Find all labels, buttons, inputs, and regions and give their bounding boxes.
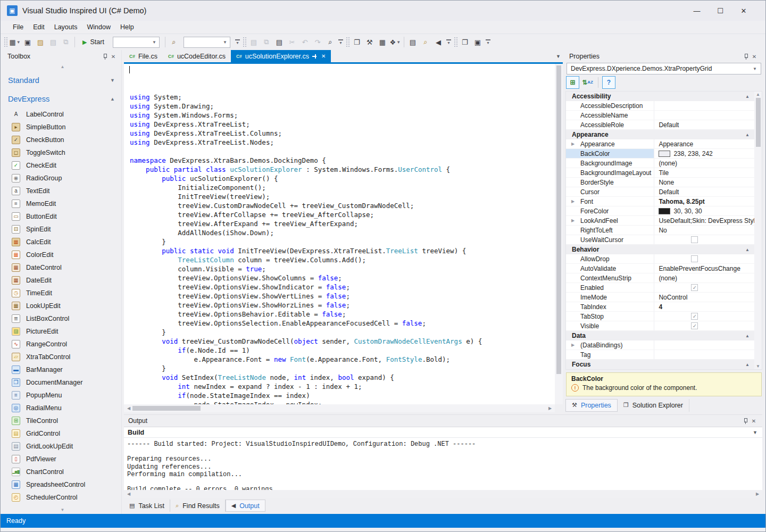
close-button[interactable]: ✕ — [736, 4, 752, 18]
menu-item-file[interactable]: File — [8, 22, 28, 32]
property-section-data[interactable]: Data▲ — [566, 331, 754, 340]
property-row[interactable]: UseWaitCursor — [566, 235, 754, 245]
alphabetical-icon[interactable]: ⇅AZ — [581, 76, 594, 89]
scroll-right-icon[interactable]: ▶ — [547, 406, 553, 411]
paste-icon[interactable]: ▤ — [273, 36, 286, 48]
scroll-down-icon[interactable]: ▼ — [755, 364, 761, 369]
menu-item-layouts[interactable]: Layouts — [49, 22, 82, 32]
close-icon[interactable]: ✕ — [321, 53, 326, 59]
toolbox-item-chartcontrol[interactable]: ▂▆█ChartControl — [4, 466, 121, 478]
property-value[interactable] — [654, 254, 754, 263]
property-row[interactable]: BackColor238, 238, 242 — [566, 149, 754, 159]
property-value[interactable] — [654, 111, 754, 120]
toolbar-grip[interactable] — [4, 37, 7, 47]
toolbox-item-xtratabcontrol[interactable]: ▱XtraTabControl — [4, 351, 121, 363]
categorized-icon[interactable]: ⊞ — [566, 76, 579, 89]
toolbox-item-coloredit[interactable]: ▦ColorEdit — [4, 248, 121, 261]
property-row[interactable]: RightToLeftNo — [566, 226, 754, 235]
property-row[interactable]: Enabled✓ — [566, 283, 754, 293]
property-value[interactable]: 238, 238, 242 — [654, 149, 754, 158]
scrollbar-thumb[interactable] — [132, 406, 201, 411]
property-pages-icon[interactable]: ? — [602, 76, 615, 89]
property-row[interactable]: ImeModeNoControl — [566, 293, 754, 302]
property-row[interactable]: ▶FontTahoma, 8.25pt — [566, 197, 754, 206]
toolbox-item-textedit[interactable]: aTextEdit — [4, 185, 121, 197]
property-row[interactable]: AccessibleName — [566, 111, 754, 120]
property-value[interactable]: (none) — [654, 273, 754, 282]
open-folder-icon[interactable]: ▨ — [34, 36, 47, 48]
pin-icon[interactable] — [101, 53, 109, 60]
toolbar-grip[interactable] — [454, 37, 457, 47]
find-results-icon[interactable]: ⌕ — [419, 36, 432, 48]
tab-list-dropdown-icon[interactable]: ▼ — [556, 54, 561, 59]
toolbox-item-radialmenu[interactable]: ◎RadialMenu — [4, 402, 121, 414]
property-row[interactable]: ContextMenuStrip(none) — [566, 273, 754, 283]
toolbox-scroll-down[interactable]: ▼ — [4, 506, 121, 514]
toolbox-item-calcedit[interactable]: ▦CalcEdit — [4, 236, 121, 248]
toolbox-item-spinedit[interactable]: ⊟SpinEdit — [4, 223, 121, 236]
panel-tab-solution-explorer[interactable]: ❐Solution Explorer — [618, 399, 689, 412]
property-row[interactable]: BorderStyleNone — [566, 178, 754, 187]
property-value[interactable]: Tahoma, 8.25pt — [654, 197, 754, 206]
toolbox-item-datecontrol[interactable]: ▦DateControl — [4, 261, 121, 274]
scroll-left-icon[interactable]: ◀ — [126, 406, 132, 411]
output-horizontal-scrollbar[interactable]: ◀ ▶ — [124, 490, 762, 498]
property-row[interactable]: AccessibleDescription — [566, 101, 754, 111]
output-icon[interactable]: ◀ — [432, 36, 445, 48]
menu-item-edit[interactable]: Edit — [28, 22, 49, 32]
property-value[interactable]: Default — [654, 187, 754, 196]
expand-icon[interactable]: ▶ — [571, 343, 574, 347]
pin-icon[interactable] — [312, 54, 317, 59]
component-selector[interactable]: DevExpress.DXperience.Demos.XtraProperty… — [567, 63, 761, 74]
property-value[interactable]: ✓ — [654, 283, 754, 292]
float-window-icon[interactable]: ❐ — [351, 36, 363, 48]
property-value[interactable]: NoControl — [654, 293, 754, 302]
close-icon[interactable]: ✕ — [750, 53, 759, 60]
property-value[interactable] — [654, 340, 754, 350]
toolbox-group-devexpress[interactable]: DevExpress▲ — [4, 89, 121, 108]
toolbar-overflow-icon[interactable]: ▼ — [486, 39, 490, 45]
start-button[interactable]: ▶Start — [77, 38, 110, 46]
property-row[interactable]: ForeColor30, 30, 30 — [566, 206, 754, 216]
property-row[interactable]: Tag — [566, 350, 754, 360]
menu-item-window[interactable]: Window — [82, 22, 115, 32]
property-value[interactable]: (none) — [654, 159, 754, 168]
toolbox-item-dateedit[interactable]: ▦DateEdit — [4, 274, 121, 287]
toolbox-item-spreadsheetcontrol[interactable]: ▦SpreadsheetControl — [4, 478, 121, 491]
property-value[interactable]: Tile — [654, 168, 754, 177]
checkbox-icon[interactable]: ✓ — [691, 322, 698, 329]
checkbox-icon[interactable]: ✓ — [691, 313, 698, 320]
property-value[interactable]: EnablePreventFocusChange — [654, 264, 754, 273]
checkbox-icon[interactable] — [691, 255, 698, 262]
toolbox-item-radiogroup[interactable]: ◉RadioGroup — [4, 172, 121, 185]
toolbox-item-schedulercontrol[interactable]: ◴SchedulerControl — [4, 491, 121, 504]
scroll-up-icon[interactable]: ▲ — [755, 92, 761, 97]
toolbox-group-standard[interactable]: Standard▼ — [4, 71, 121, 89]
expand-icon[interactable]: ▶ — [571, 199, 574, 204]
property-value[interactable]: 30, 30, 30 — [654, 206, 754, 215]
search-icon[interactable]: ⌕ — [324, 36, 337, 48]
property-section-behavior[interactable]: Behavior▲ — [566, 245, 754, 254]
dock-tab-output[interactable]: ◀Output — [226, 500, 265, 512]
toolbox-item-barmanager[interactable]: ▬BarManager — [4, 363, 121, 376]
toolbox-item-documentmanager[interactable]: ❐DocumentManager — [4, 376, 121, 389]
dock-tab-find-results[interactable]: ⌕Find Results — [170, 500, 226, 512]
properties-scrollbar[interactable]: ▲ ▼ — [754, 92, 762, 369]
property-value[interactable] — [654, 101, 754, 110]
pin-window-icon[interactable]: ▣ — [471, 36, 484, 48]
property-value[interactable]: No — [654, 226, 754, 235]
checkbox-icon[interactable] — [691, 236, 698, 243]
pin-icon[interactable] — [742, 53, 750, 60]
toolbox-item-gridcontrol[interactable]: ▤GridControl — [4, 427, 121, 440]
wrench-icon[interactable]: ⚒ — [363, 36, 376, 48]
toolbox-item-lookupedit[interactable]: ▦LookUpEdit — [4, 300, 121, 312]
pin-icon[interactable] — [741, 417, 750, 425]
tab-uccodeeditor-cs[interactable]: C#ucCodeEditor.cs — [163, 50, 231, 62]
expand-icon[interactable]: ▶ — [571, 218, 574, 223]
tab-ucsolutionexplorer-cs[interactable]: C#ucSolutionExplorer.cs✕ — [231, 50, 331, 62]
minimize-button[interactable]: — — [689, 4, 705, 18]
property-section-accessibility[interactable]: Accessibility▲ — [566, 92, 754, 101]
scroll-right-icon[interactable]: ▶ — [754, 492, 761, 496]
toolbox-item-popupmenu[interactable]: ≡PopupMenu — [4, 389, 121, 402]
code-editor[interactable]: using System;using System.Drawing;using … — [124, 64, 555, 404]
